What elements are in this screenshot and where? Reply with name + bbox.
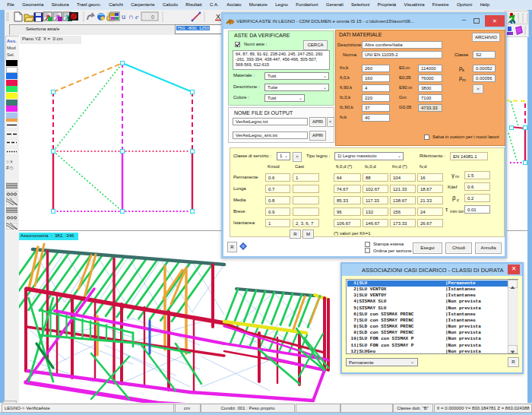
svg-text:0: 0 — [151, 14, 154, 20]
svg-text:u: u — [122, 13, 125, 21]
svg-text:∩: ∩ — [128, 13, 133, 21]
svg-text:e: e — [135, 13, 138, 21]
svg-text:X: X — [216, 13, 220, 21]
